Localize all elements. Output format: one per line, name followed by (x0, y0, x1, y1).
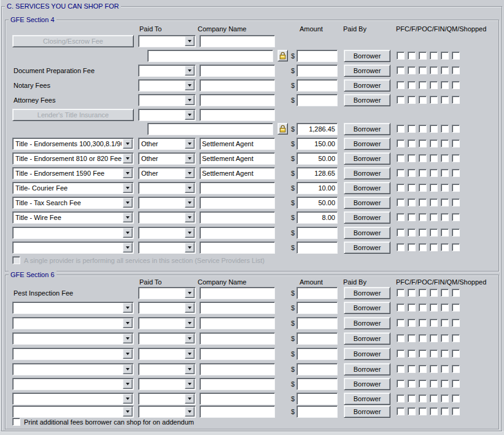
paid-to-select[interactable] (138, 332, 196, 345)
flag-checkbox-shopped[interactable] (452, 394, 460, 402)
amount-input[interactable] (297, 167, 338, 179)
amount-input[interactable] (297, 363, 338, 375)
chevron-down-icon[interactable] (185, 407, 195, 417)
flag-checkbox-shopped[interactable] (452, 380, 460, 388)
amount-input[interactable] (297, 211, 338, 224)
amount-input[interactable] (297, 302, 338, 314)
paid-to-select[interactable] (138, 65, 196, 77)
amount-input[interactable] (297, 182, 338, 194)
flag-checkbox-pfc[interactable] (397, 213, 405, 221)
flag-checkbox-poc[interactable] (419, 184, 427, 192)
chevron-down-icon[interactable] (185, 303, 195, 313)
flag-checkbox-f[interactable] (408, 184, 416, 192)
chevron-down-icon[interactable] (185, 110, 195, 120)
paid-by-button[interactable]: Borrower (344, 94, 390, 106)
flag-checkbox-pfc[interactable] (397, 81, 405, 89)
fee-type-select[interactable] (12, 332, 134, 345)
chevron-down-icon[interactable] (123, 364, 133, 374)
company-name-input[interactable] (200, 241, 275, 254)
flag-checkbox-shopped[interactable] (452, 81, 460, 89)
fee-description-input[interactable] (147, 123, 273, 135)
flag-checkbox-shopped[interactable] (452, 243, 460, 251)
flag-checkbox-pfc[interactable] (397, 407, 405, 415)
chevron-down-icon[interactable] (123, 379, 133, 389)
flag-checkbox-qm[interactable] (441, 289, 449, 297)
flag-checkbox-pfc[interactable] (397, 380, 405, 388)
flag-checkbox-f[interactable] (408, 169, 416, 177)
flag-checkbox-pfc[interactable] (397, 66, 405, 74)
flag-checkbox-poc[interactable] (419, 243, 427, 251)
flag-checkbox-qm[interactable] (441, 96, 449, 104)
flag-checkbox-qm[interactable] (441, 394, 449, 402)
fee-type-select[interactable] (12, 302, 134, 314)
paid-by-button[interactable]: Borrower (344, 123, 390, 135)
amount-input[interactable] (297, 378, 338, 390)
paid-to-select[interactable] (138, 197, 196, 209)
flag-checkbox-fin[interactable] (430, 184, 438, 192)
chevron-down-icon[interactable] (123, 407, 133, 417)
amount-input[interactable] (297, 138, 338, 150)
fee-type-select[interactable] (12, 378, 134, 390)
amount-input[interactable] (297, 332, 338, 345)
paid-to-select[interactable]: Other (138, 167, 196, 179)
flag-checkbox-poc[interactable] (419, 394, 427, 402)
flag-checkbox-fin[interactable] (430, 394, 438, 402)
fee-type-select[interactable] (12, 406, 134, 418)
flag-checkbox-fin[interactable] (430, 198, 438, 206)
flag-checkbox-shopped[interactable] (452, 304, 460, 312)
amount-input[interactable] (297, 406, 338, 418)
paid-to-select[interactable] (138, 79, 196, 92)
chevron-down-icon[interactable] (185, 95, 195, 105)
flag-checkbox-fin[interactable] (430, 154, 438, 162)
flag-checkbox-pfc[interactable] (397, 334, 405, 342)
paid-to-select[interactable] (138, 109, 196, 121)
flag-checkbox-poc[interactable] (419, 213, 427, 221)
flag-checkbox-qm[interactable] (441, 81, 449, 89)
paid-to-select[interactable] (138, 378, 196, 390)
flag-checkbox-pfc[interactable] (397, 350, 405, 358)
flag-checkbox-f[interactable] (408, 198, 416, 206)
paid-by-button[interactable]: Borrower (344, 302, 390, 314)
flag-checkbox-qm[interactable] (441, 407, 449, 415)
chevron-down-icon[interactable] (185, 66, 195, 76)
chevron-down-icon[interactable] (185, 349, 195, 359)
flag-checkbox-pfc[interactable] (397, 304, 405, 312)
flag-checkbox-qm[interactable] (441, 125, 449, 133)
paid-by-button[interactable]: Borrower (344, 378, 390, 390)
chevron-down-icon[interactable] (123, 154, 133, 163)
chevron-down-icon[interactable] (123, 139, 133, 149)
chevron-down-icon[interactable] (185, 228, 195, 238)
chevron-down-icon[interactable] (185, 80, 195, 90)
flag-checkbox-qm[interactable] (441, 229, 449, 237)
paid-to-select[interactable] (138, 317, 196, 329)
flag-checkbox-pfc[interactable] (397, 184, 405, 192)
chevron-down-icon[interactable] (185, 288, 195, 298)
chevron-down-icon[interactable] (123, 183, 133, 193)
flag-checkbox-shopped[interactable] (452, 184, 460, 192)
flag-checkbox-fin[interactable] (430, 52, 438, 60)
chevron-down-icon[interactable] (185, 154, 195, 163)
flag-checkbox-f[interactable] (408, 243, 416, 251)
flag-checkbox-pfc[interactable] (397, 365, 405, 373)
flag-checkbox-qm[interactable] (441, 52, 449, 60)
flag-checkbox-pfc[interactable] (397, 169, 405, 177)
chevron-down-icon[interactable] (123, 228, 133, 238)
flag-checkbox-shopped[interactable] (452, 213, 460, 221)
paid-by-button[interactable]: Borrower (344, 50, 390, 62)
chevron-down-icon[interactable] (185, 168, 195, 178)
amount-input[interactable] (297, 317, 338, 329)
flag-checkbox-poc[interactable] (419, 289, 427, 297)
paid-to-select[interactable] (138, 406, 196, 418)
flag-checkbox-f[interactable] (408, 407, 416, 415)
print-additional-fees-checkbox[interactable] (12, 418, 20, 426)
flag-checkbox-pfc[interactable] (397, 229, 405, 237)
chevron-down-icon[interactable] (123, 303, 133, 313)
paid-to-select[interactable] (138, 363, 196, 375)
amount-input[interactable] (297, 79, 338, 92)
flag-checkbox-pfc[interactable] (397, 125, 405, 133)
flag-checkbox-poc[interactable] (419, 304, 427, 312)
flag-checkbox-fin[interactable] (430, 213, 438, 221)
flag-checkbox-f[interactable] (408, 139, 416, 147)
flag-checkbox-shopped[interactable] (452, 289, 460, 297)
flag-checkbox-fin[interactable] (430, 304, 438, 312)
